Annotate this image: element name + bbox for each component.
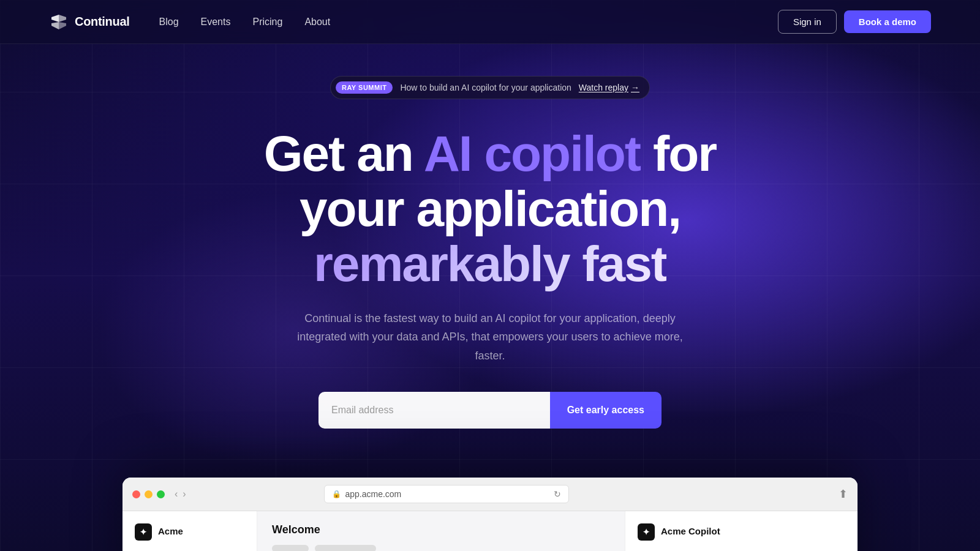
- watch-replay-link[interactable]: Watch replay →: [579, 83, 639, 92]
- browser-toolbar: ‹ › 🔒 app.acme.com ↻ ⬆: [123, 478, 858, 511]
- copilot-logo-icon: ✦: [638, 523, 655, 541]
- browser-sidebar: ✦ Acme: [123, 511, 257, 551]
- banner-pill[interactable]: RAY SUMMIT How to build an AI copilot fo…: [330, 76, 650, 99]
- sidebar-logo-icon: ✦: [135, 523, 152, 541]
- nav-events[interactable]: Events: [201, 17, 231, 27]
- refresh-icon: ↻: [554, 489, 561, 499]
- browser-mockup: ‹ › 🔒 app.acme.com ↻ ⬆ ✦ Acme Welcome: [123, 478, 858, 551]
- browser-main-content: Welcome: [257, 511, 625, 551]
- forward-icon: ›: [183, 489, 186, 500]
- copilot-panel: ✦ Acme Copilot: [625, 511, 858, 551]
- cta-row: Get early access: [318, 392, 662, 429]
- banner-badge: RAY SUMMIT: [336, 81, 393, 94]
- skeleton-row: [272, 545, 610, 551]
- nav-right: Sign in Book a demo: [778, 10, 931, 34]
- browser-dots: [132, 490, 165, 498]
- svg-marker-2: [51, 22, 59, 29]
- skeleton-block-2: [315, 545, 376, 551]
- back-icon: ‹: [175, 489, 178, 500]
- email-input[interactable]: [318, 392, 550, 429]
- book-demo-button[interactable]: Book a demo: [844, 10, 931, 33]
- dot-red: [132, 490, 140, 498]
- svg-marker-1: [59, 15, 66, 22]
- copilot-name-text: Acme Copilot: [661, 526, 720, 536]
- banner-text: How to build an AI copilot for your appl…: [400, 83, 571, 92]
- logo-text: Continual: [75, 15, 130, 29]
- sidebar-app-name: Acme: [158, 526, 183, 536]
- skeleton-block-1: [272, 545, 309, 551]
- dot-yellow: [145, 490, 153, 498]
- nav-pricing[interactable]: Pricing: [252, 17, 282, 27]
- browser-content: ✦ Acme Welcome ✦ Acme Copilot: [123, 511, 858, 551]
- hero-subtitle: Continual is the fastest way to build an…: [288, 309, 692, 365]
- logo-icon: [49, 12, 69, 32]
- share-icon: ⬆: [839, 487, 848, 501]
- headline-purple: AI copilot: [424, 126, 641, 181]
- nav-about[interactable]: About: [304, 17, 330, 27]
- hero-section: RAY SUMMIT How to build an AI copilot fo…: [0, 44, 980, 478]
- url-text: app.acme.com: [345, 489, 401, 499]
- headline-text-1: Get an: [264, 126, 424, 181]
- logo-link[interactable]: Continual: [49, 12, 130, 32]
- browser-nav-buttons: ‹ ›: [175, 489, 186, 500]
- early-access-button[interactable]: Get early access: [550, 392, 662, 429]
- svg-marker-0: [51, 15, 59, 22]
- hero-headline: Get an AI copilot for your application, …: [214, 126, 766, 292]
- browser-welcome-text: Welcome: [272, 523, 610, 536]
- dot-green: [157, 490, 165, 498]
- lock-icon: 🔒: [332, 490, 341, 498]
- nav-left: Continual Blog Events Pricing About: [49, 12, 330, 32]
- nav-blog[interactable]: Blog: [159, 17, 179, 27]
- svg-marker-3: [59, 22, 66, 29]
- nav-links: Blog Events Pricing About: [159, 17, 331, 28]
- navbar: Continual Blog Events Pricing About Sign…: [0, 0, 980, 44]
- signin-button[interactable]: Sign in: [778, 10, 837, 34]
- headline-gradient: remarkably fast: [314, 236, 666, 291]
- browser-url-bar: 🔒 app.acme.com ↻: [324, 485, 569, 503]
